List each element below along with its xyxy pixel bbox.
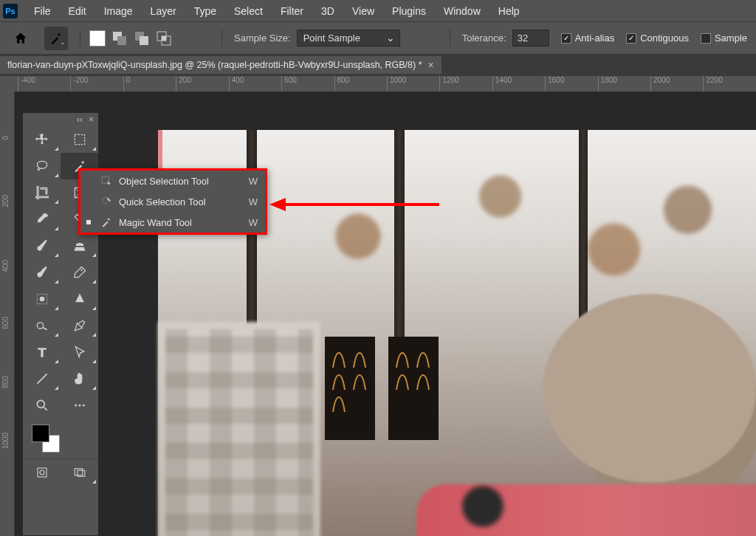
- move-tool[interactable]: [23, 126, 61, 153]
- menu-window[interactable]: Window: [435, 2, 489, 20]
- annotation-arrow: [269, 198, 439, 211]
- pen-tool[interactable]: [61, 312, 98, 339]
- magic-wand-tool-icon[interactable]: ⌄: [44, 27, 68, 50]
- swatch-group: [80, 30, 172, 47]
- ruler-tick: 1000: [1, 433, 10, 449]
- menu-filter[interactable]: Filter: [272, 2, 312, 20]
- gradient-tool[interactable]: [23, 286, 61, 312]
- menu-layer[interactable]: Layer: [142, 2, 185, 20]
- swatch-subtract-icon[interactable]: [134, 30, 150, 47]
- dodge-tool[interactable]: [23, 312, 61, 339]
- ruler-tick: 600: [1, 317, 10, 329]
- menu-select[interactable]: Select: [225, 2, 272, 20]
- screen-mode-icon[interactable]: [61, 459, 98, 486]
- magic-wand-icon: [100, 216, 113, 228]
- hand-tool[interactable]: [61, 365, 98, 392]
- ruler-tick: 1600: [545, 76, 597, 92]
- swatch-add-icon[interactable]: [111, 30, 128, 47]
- ruler-tick: 400: [1, 260, 10, 272]
- quick-mask-icon[interactable]: [23, 459, 61, 486]
- clone-stamp-tool[interactable]: [61, 233, 98, 259]
- svg-rect-7: [75, 134, 84, 144]
- checkbox-icon: [701, 33, 711, 44]
- sample-size-label: Sample Size:: [234, 32, 291, 44]
- menu-type[interactable]: Type: [185, 2, 225, 20]
- flyout-shortcut: W: [249, 176, 258, 187]
- menu-view[interactable]: View: [343, 2, 383, 20]
- flyout-magic-wand[interactable]: Magic Wand Tool W: [80, 212, 265, 233]
- collapse-panel-icon[interactable]: ‹‹: [77, 114, 83, 125]
- svg-rect-18: [75, 469, 83, 475]
- ruler-tick: 2000: [650, 76, 703, 92]
- flyout-label: Magic Wand Tool: [119, 217, 192, 228]
- ruler-tick: 400: [229, 76, 281, 92]
- crop-tool[interactable]: [23, 179, 61, 206]
- menu-plugins[interactable]: Plugins: [383, 2, 435, 20]
- close-panel-icon[interactable]: ×: [89, 114, 94, 125]
- document-tab[interactable]: florian-van-duyn-pXToxwjqliQ-unsplash.jp…: [0, 56, 441, 74]
- home-button[interactable]: [9, 27, 32, 50]
- brush-tool[interactable]: [23, 233, 61, 259]
- sample-all-checkbox[interactable]: Sample: [701, 32, 747, 44]
- checkbox-icon: [561, 33, 571, 44]
- svg-point-10: [39, 297, 44, 302]
- svg-point-13: [75, 405, 77, 407]
- ruler-tick: 200: [176, 76, 228, 92]
- flyout-object-selection[interactable]: Object Selection Tool W: [80, 171, 265, 191]
- swatch-new-selection-icon[interactable]: [89, 30, 106, 47]
- flyout-label: Quick Selection Tool: [119, 196, 206, 207]
- flyout-label: Object Selection Tool: [119, 176, 209, 187]
- svg-point-17: [40, 470, 44, 475]
- path-selection-tool[interactable]: [61, 339, 98, 365]
- svg-point-15: [82, 405, 84, 407]
- ruler-tick: 800: [334, 76, 387, 92]
- antialias-checkbox[interactable]: Anti-alias: [561, 32, 614, 44]
- canvas-area[interactable]: [99, 92, 756, 536]
- flyout-shortcut: W: [249, 217, 258, 228]
- sample-size-select[interactable]: Point Sample: [297, 30, 400, 47]
- menu-bar: Ps File Edit Image Layer Type Select Fil…: [0, 0, 756, 22]
- svg-point-14: [78, 405, 80, 407]
- checkbox-icon: [626, 33, 636, 44]
- antialias-label: Anti-alias: [575, 32, 614, 44]
- line-tool[interactable]: [23, 365, 61, 392]
- blur-tool[interactable]: [61, 286, 98, 312]
- menu-help[interactable]: Help: [489, 2, 529, 20]
- menu-image[interactable]: Image: [95, 2, 142, 20]
- edit-toolbar-icon[interactable]: [61, 392, 98, 419]
- svg-rect-1: [117, 36, 126, 45]
- options-bar: ⌄ Sample Size: Point Sample Tolerance: 3…: [0, 22, 756, 55]
- tool-flyout-menu: Object Selection Tool W Quick Selection …: [78, 168, 267, 235]
- ruler-tick: 1400: [492, 76, 545, 92]
- type-tool[interactable]: [23, 339, 61, 365]
- contiguous-checkbox[interactable]: Contiguous: [626, 32, 689, 44]
- lasso-tool[interactable]: [23, 153, 61, 179]
- marquee-tool[interactable]: [61, 126, 98, 153]
- history-brush-tool[interactable]: [23, 259, 61, 286]
- svg-rect-16: [38, 468, 47, 477]
- eraser-tool[interactable]: [61, 259, 98, 286]
- foreground-color[interactable]: [32, 425, 49, 442]
- svg-rect-3: [140, 36, 148, 45]
- svg-point-11: [37, 323, 43, 329]
- top-ruler: -400 -200 0 200 400 600 800 1000 1200 14…: [0, 75, 756, 92]
- sample-all-label: Sample: [715, 32, 747, 44]
- color-swatches[interactable]: [29, 423, 98, 458]
- tolerance-input[interactable]: 32: [512, 30, 549, 47]
- flyout-quick-selection[interactable]: Quick Selection Tool W: [80, 191, 265, 212]
- zoom-tool[interactable]: [23, 392, 61, 419]
- close-tab-icon[interactable]: ×: [428, 59, 434, 71]
- ruler-tick: -400: [18, 76, 70, 92]
- menu-file[interactable]: File: [25, 2, 60, 20]
- menu-edit[interactable]: Edit: [60, 2, 95, 20]
- ruler-tick: 1000: [387, 76, 439, 92]
- contiguous-label: Contiguous: [640, 32, 689, 44]
- eyedropper-tool[interactable]: [23, 206, 61, 233]
- ruler-tick: -200: [70, 76, 123, 92]
- photoshop-logo-icon: Ps: [3, 4, 18, 18]
- svg-rect-6: [162, 36, 166, 41]
- swatch-intersect-icon[interactable]: [156, 30, 172, 47]
- menu-3d[interactable]: 3D: [312, 2, 343, 20]
- ruler-tick: 0: [123, 76, 176, 92]
- ruler-tick: 1800: [598, 76, 650, 92]
